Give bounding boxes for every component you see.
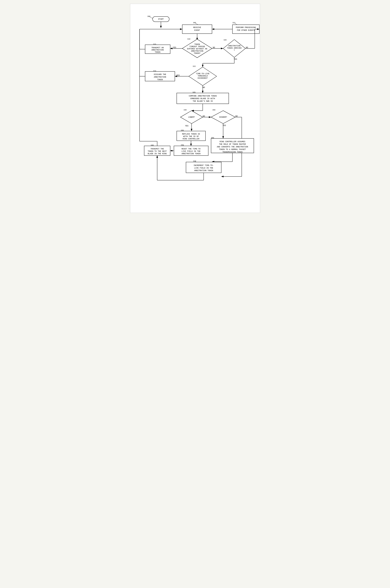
yes-label-lower: YES (185, 125, 188, 127)
transmit-arb-label2: ARBITRATION (151, 49, 163, 51)
ref-320: 320 (224, 39, 227, 41)
transmit-arb-label3: TOKEN (155, 51, 160, 53)
token-timeout-label3: EXPIRED WITHOUT AN (187, 48, 207, 50)
ring-controller-label5: TRANSMISSION TOKEN (222, 151, 242, 153)
ring-controller-label4: TOKEN TO A NORMAL PACKET (219, 149, 246, 151)
ref-305: 305 (193, 22, 196, 24)
ring-controller-label1: RING CONTROLLER ASSUMES (219, 141, 245, 143)
yes-label-timeout: YES (173, 47, 176, 49)
increment-ttl-label1: INCREMENT TIME-TO- (194, 164, 213, 166)
arb-arrived-label3: ? (234, 49, 235, 51)
ref-321: 321 (233, 22, 235, 24)
no-label-timeout: NO (213, 47, 215, 49)
replace-token-label3: RING CONTROLLER (183, 138, 199, 140)
ttl-threshold-label1: TIME-TO-LIVE (196, 73, 209, 75)
svg-line-4 (235, 23, 237, 25)
yes-label-ttl: YES (176, 75, 180, 77)
compare-blade-label2: EMBEDDED BLADE ID WITH (190, 98, 215, 100)
perform-processing-label2: FOR OTHER EVENTS (237, 29, 254, 31)
ref-330: 330 (184, 109, 187, 111)
ref-350: 350 (212, 109, 215, 111)
transmit-next-label2: TOKEN TO THE NEXT (147, 150, 166, 152)
reset-ttl-label3: ARBITRATION TOKEN (181, 153, 200, 155)
ring-controller-label2: THE ROLE OF TOKEN MASTER (219, 143, 246, 145)
token-timeout-label2: TIMEOUT PERIOD (189, 46, 205, 48)
discard-token-label3: TOKEN (157, 79, 163, 81)
svg-line-2 (150, 17, 152, 18)
higher-label: HIGHER? (219, 116, 227, 118)
compare-blade-label1: COMPARE ARBITRATION TOKEN (189, 95, 216, 97)
arb-arrived-label2: TOKEN ARRIVED (227, 47, 241, 49)
diagram-container: 300 START 305 RECEIVE EVENT 321 PERFORM … (130, 4, 260, 213)
start-label: START (158, 18, 163, 20)
ref-300: 300 (147, 16, 150, 17)
token-timeout-label5: TOKEN? (194, 52, 200, 54)
discard-token-label2: ARBITRATION (154, 76, 166, 78)
receive-event-label: RECEIVE (193, 27, 201, 29)
increment-ttl-label2: LIVE FIELD IN THE (194, 167, 213, 169)
lower-label: LOWER? (188, 116, 195, 118)
no-label-higher: NO (235, 115, 238, 117)
reset-ttl-label1: RESET THE TIME-TO (181, 148, 200, 150)
ttl-threshold-label3: EXCEEDED? (197, 77, 207, 79)
token-timeout-label1: TOKEN (194, 43, 200, 45)
token-timeout-label4: ARBITRATION (191, 50, 203, 52)
ttl-threshold-label2: THRESHOLD (197, 75, 207, 77)
discard-token-label1: DISCARD THE (154, 74, 166, 76)
no-label-lower: NO (202, 115, 205, 117)
increment-ttl-label3: ARBITRATION TOKEN (194, 170, 213, 172)
perform-processing-label: PERFORM PROCESSING (236, 27, 256, 29)
ref-310: 310 (187, 38, 190, 40)
ring-controller-label3: AND CONVERTS THE ARBITRATION (217, 146, 248, 148)
no-label-arb: NO (246, 47, 248, 49)
reset-ttl-label2: LIVE FIELD IN THE (181, 150, 200, 152)
transmit-arb-label1: TRANSMIT AN (151, 47, 163, 49)
arb-arrived-label1: ARBITRATION (228, 45, 240, 47)
ref-322: 322 (193, 66, 196, 67)
receive-event-label2: EVENT (194, 29, 200, 31)
replace-token-label1: REPLACE TOKEN ID (182, 133, 200, 135)
replace-token-label2: WITH THE ID OF (183, 135, 199, 138)
compare-blade-label3: THE BLADE'S OWN ID (193, 100, 213, 102)
transmit-next-label3: BLADE IN THE RING (147, 153, 166, 155)
svg-line-3 (195, 23, 198, 25)
transmit-next-label1: TRANSMIT THE (150, 148, 164, 150)
no-label-ttl: NO (202, 86, 205, 88)
flowchart-svg: 300 START 305 RECEIVE EVENT 321 PERFORM … (134, 9, 264, 206)
